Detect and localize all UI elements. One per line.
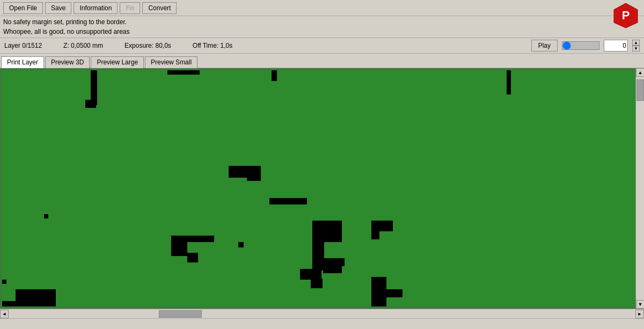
svg-rect-5 — [167, 70, 200, 75]
svg-rect-17 — [312, 241, 324, 270]
scroll-down-button[interactable]: ▼ — [636, 300, 644, 309]
scroll-thumb-vertical[interactable] — [636, 79, 644, 101]
bottom-status-bar — [0, 318, 644, 326]
svg-rect-13 — [171, 236, 187, 256]
app-logo: P — [612, 1, 640, 31]
svg-rect-25 — [2, 280, 6, 284]
svg-text:P: P — [622, 9, 630, 22]
convert-button[interactable]: Convert — [142, 2, 177, 14]
svg-rect-20 — [371, 221, 379, 239]
tab-print-layer[interactable]: Print Layer — [1, 56, 44, 68]
status-bar: Layer 0/1512 Z: 0,0500 mm Exposure: 80,0… — [0, 38, 644, 54]
svg-rect-10 — [247, 166, 261, 181]
fix-button[interactable]: Fix — [120, 2, 140, 14]
tab-preview-large[interactable]: Preview Large — [91, 56, 144, 68]
save-button[interactable]: Save — [45, 2, 71, 14]
frame-slider[interactable] — [562, 41, 599, 50]
svg-rect-16 — [312, 221, 342, 242]
ok-message: Whoopee, all is good, no unsupported are… — [3, 27, 641, 36]
information-button[interactable]: Information — [74, 2, 118, 14]
scroll-track-horizontal[interactable] — [9, 310, 635, 318]
svg-rect-7 — [507, 70, 511, 94]
scroll-thumb-horizontal[interactable] — [159, 310, 202, 318]
frame-up-button[interactable]: ▲ — [632, 40, 640, 46]
scrollbar-vertical: ▲ ▼ — [635, 68, 644, 309]
play-area: Play 0 ▲ ▼ — [531, 40, 640, 52]
frame-input[interactable]: 0 — [604, 40, 628, 52]
svg-rect-12 — [269, 198, 307, 204]
svg-rect-35 — [335, 258, 345, 266]
svg-rect-21 — [371, 277, 386, 306]
svg-rect-15 — [187, 253, 198, 262]
off-time-info: Off Time: 1,0s — [193, 42, 232, 49]
frame-down-button[interactable]: ▼ — [632, 46, 640, 52]
layer-svg — [2, 70, 635, 306]
svg-rect-11 — [44, 214, 48, 218]
frame-slider-container — [562, 41, 599, 50]
tab-preview-small[interactable]: Preview Small — [145, 56, 197, 68]
tab-preview-3d[interactable]: Preview 3D — [45, 56, 90, 68]
svg-rect-6 — [272, 70, 277, 81]
svg-rect-4 — [85, 100, 96, 108]
svg-rect-38 — [238, 242, 244, 247]
scroll-left-button[interactable]: ◄ — [0, 310, 9, 318]
svg-rect-36 — [300, 269, 321, 280]
frame-spinners: ▲ ▼ — [632, 40, 640, 52]
scroll-up-button[interactable]: ▲ — [636, 68, 644, 77]
toolbar: Open File Save Information Fix Convert P — [0, 0, 644, 16]
scroll-right-button[interactable]: ► — [635, 310, 644, 318]
exposure-info: Exposure: 80,0s — [125, 42, 171, 49]
print-canvas — [2, 70, 635, 306]
tab-bar: Print Layer Preview 3D Preview Large Pre… — [0, 54, 644, 68]
svg-rect-14 — [187, 236, 214, 242]
svg-rect-27 — [2, 301, 18, 306]
svg-rect-26 — [16, 289, 56, 306]
layer-info: Layer 0/1512 — [4, 42, 42, 49]
svg-rect-22 — [386, 289, 402, 297]
z-info: Z: 0,0500 mm — [63, 42, 103, 49]
canvas-wrapper: ▲ ▼ — [0, 68, 644, 309]
open-file-button[interactable]: Open File — [3, 2, 43, 14]
play-button[interactable]: Play — [531, 40, 558, 52]
message-panel: No safety margin set, printing to the bo… — [0, 16, 644, 38]
svg-rect-37 — [311, 279, 323, 288]
scrollbar-horizontal: ◄ ► — [0, 309, 644, 318]
warning-message: No safety margin set, printing to the bo… — [3, 17, 641, 27]
scroll-track-vertical[interactable] — [636, 77, 644, 300]
